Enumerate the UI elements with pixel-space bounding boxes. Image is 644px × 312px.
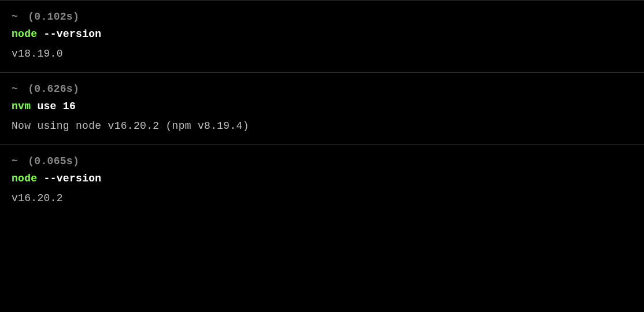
- command-arguments: use 16: [31, 101, 76, 112]
- terminal-command-block[interactable]: ~ (0.626s) nvm use 16 Now using node v16…: [0, 72, 644, 144]
- command-line: nvm use 16: [12, 101, 632, 112]
- prompt-path: ~: [12, 11, 18, 23]
- command-arguments: --version: [37, 173, 101, 184]
- command-executable: node: [12, 173, 37, 184]
- prompt-line: ~ (0.626s): [12, 83, 632, 95]
- prompt-timing: (0.102s): [28, 11, 79, 23]
- command-output: v16.20.2: [12, 192, 632, 204]
- prompt-timing: (0.626s): [28, 83, 79, 95]
- command-output: v18.19.0: [12, 48, 632, 60]
- command-line: node --version: [12, 28, 632, 40]
- prompt-path: ~: [12, 155, 18, 167]
- prompt-path: ~: [12, 83, 18, 95]
- prompt-timing: (0.065s): [28, 155, 79, 167]
- command-executable: nvm: [12, 101, 31, 112]
- terminal-command-block[interactable]: ~ (0.065s) node --version v16.20.2: [0, 144, 644, 217]
- terminal-command-block[interactable]: ~ (0.102s) node --version v18.19.0: [0, 0, 644, 72]
- command-arguments: --version: [37, 28, 101, 40]
- command-line: node --version: [12, 173, 632, 184]
- command-output: Now using node v16.20.2 (npm v8.19.4): [12, 120, 632, 132]
- prompt-line: ~ (0.065s): [12, 155, 632, 167]
- prompt-line: ~ (0.102s): [12, 11, 632, 23]
- command-executable: node: [12, 28, 37, 40]
